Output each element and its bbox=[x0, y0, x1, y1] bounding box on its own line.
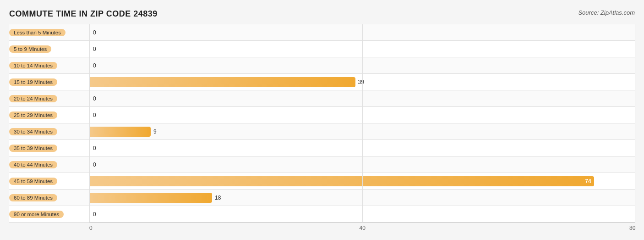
grid-line bbox=[635, 24, 635, 223]
bar-value: 39 bbox=[358, 79, 364, 85]
bar-value: 0 bbox=[93, 95, 96, 102]
bar-track: 0 bbox=[89, 209, 635, 219]
bar-track: 9 bbox=[89, 127, 635, 137]
bar-label: 45 to 59 Minutes bbox=[9, 178, 89, 185]
bar-label: 5 to 9 Minutes bbox=[9, 45, 89, 53]
label-pill: 40 to 44 Minutes bbox=[9, 161, 57, 168]
table-row: 15 to 19 Minutes39 bbox=[9, 74, 635, 90]
label-pill: 5 to 9 Minutes bbox=[9, 45, 51, 53]
bar-value: 9 bbox=[153, 128, 157, 135]
bar-label: 40 to 44 Minutes bbox=[9, 161, 89, 168]
table-row: 25 to 29 Minutes0 bbox=[9, 107, 635, 123]
table-row: 90 or more Minutes0 bbox=[9, 206, 635, 223]
x-axis: 04080 bbox=[89, 223, 635, 232]
x-axis-label: 0 bbox=[89, 225, 93, 231]
bar-track: 74 bbox=[89, 176, 635, 186]
bar-value: 0 bbox=[93, 112, 96, 118]
bar-value: 0 bbox=[93, 162, 96, 168]
table-row: 45 to 59 Minutes74 bbox=[9, 173, 635, 190]
label-pill: 45 to 59 Minutes bbox=[9, 178, 57, 185]
bar-track: 0 bbox=[89, 160, 635, 170]
bar-label: 15 to 19 Minutes bbox=[9, 78, 89, 86]
table-row: 5 to 9 Minutes0 bbox=[9, 41, 635, 57]
table-row: 40 to 44 Minutes0 bbox=[9, 156, 635, 173]
chart-area: Less than 5 Minutes05 to 9 Minutes010 to… bbox=[9, 24, 635, 232]
bar-value: 0 bbox=[93, 62, 96, 69]
bar-fill bbox=[89, 209, 90, 219]
bar-label: 30 to 34 Minutes bbox=[9, 128, 89, 135]
bar-fill bbox=[89, 77, 355, 87]
bar-fill bbox=[89, 160, 90, 170]
bar-label: 20 to 24 Minutes bbox=[9, 95, 89, 102]
bar-fill bbox=[89, 28, 90, 38]
table-row: 10 to 14 Minutes0 bbox=[9, 57, 635, 74]
bar-value: 18 bbox=[215, 195, 221, 201]
table-row: 60 to 89 Minutes18 bbox=[9, 190, 635, 206]
label-pill: 25 to 29 Minutes bbox=[9, 112, 57, 119]
chart-title: COMMUTE TIME IN ZIP CODE 24839 bbox=[9, 9, 158, 19]
bar-track: 0 bbox=[89, 28, 635, 38]
bar-label: 60 to 89 Minutes bbox=[9, 194, 89, 201]
bar-label: 10 to 14 Minutes bbox=[9, 62, 89, 69]
label-pill: 15 to 19 Minutes bbox=[9, 78, 57, 86]
table-row: Less than 5 Minutes0 bbox=[9, 24, 635, 41]
bar-fill bbox=[89, 44, 90, 54]
chart-header: COMMUTE TIME IN ZIP CODE 24839 Source: Z… bbox=[9, 9, 635, 19]
bar-fill bbox=[89, 61, 90, 71]
bar-track: 0 bbox=[89, 143, 635, 153]
x-axis-label: 80 bbox=[629, 225, 635, 231]
table-row: 35 to 39 Minutes0 bbox=[9, 140, 635, 156]
bar-fill: 74 bbox=[89, 176, 594, 186]
bar-value-inside: 74 bbox=[585, 178, 591, 184]
label-pill: 60 to 89 Minutes bbox=[9, 194, 57, 201]
bar-track: 0 bbox=[89, 44, 635, 54]
bar-track: 0 bbox=[89, 110, 635, 120]
bar-track: 0 bbox=[89, 94, 635, 104]
bar-label: Less than 5 Minutes bbox=[9, 29, 89, 36]
bar-fill bbox=[89, 193, 212, 203]
bar-label: 90 or more Minutes bbox=[9, 211, 89, 218]
bar-track: 18 bbox=[89, 193, 635, 203]
chart-container: COMMUTE TIME IN ZIP CODE 24839 Source: Z… bbox=[0, 5, 644, 240]
bar-label: 25 to 29 Minutes bbox=[9, 112, 89, 119]
label-pill: 30 to 34 Minutes bbox=[9, 128, 57, 135]
bar-track: 39 bbox=[89, 77, 635, 87]
bar-value: 0 bbox=[93, 211, 96, 218]
label-pill: 35 to 39 Minutes bbox=[9, 145, 57, 152]
label-pill: 90 or more Minutes bbox=[9, 211, 64, 218]
bar-value: 0 bbox=[93, 145, 96, 151]
label-pill: 20 to 24 Minutes bbox=[9, 95, 57, 102]
table-row: 30 to 34 Minutes9 bbox=[9, 123, 635, 140]
bar-fill bbox=[89, 94, 90, 104]
label-pill: Less than 5 Minutes bbox=[9, 29, 65, 36]
label-pill: 10 to 14 Minutes bbox=[9, 62, 57, 69]
bar-fill bbox=[89, 143, 90, 153]
chart-source: Source: ZipAtlas.com bbox=[578, 9, 635, 16]
bar-value: 0 bbox=[93, 29, 96, 36]
bar-fill bbox=[89, 127, 151, 137]
bar-track: 0 bbox=[89, 61, 635, 71]
bar-label: 35 to 39 Minutes bbox=[9, 145, 89, 152]
bar-fill bbox=[89, 110, 90, 120]
bar-value: 0 bbox=[93, 46, 96, 52]
x-axis-label: 40 bbox=[360, 225, 366, 231]
table-row: 20 to 24 Minutes0 bbox=[9, 90, 635, 107]
